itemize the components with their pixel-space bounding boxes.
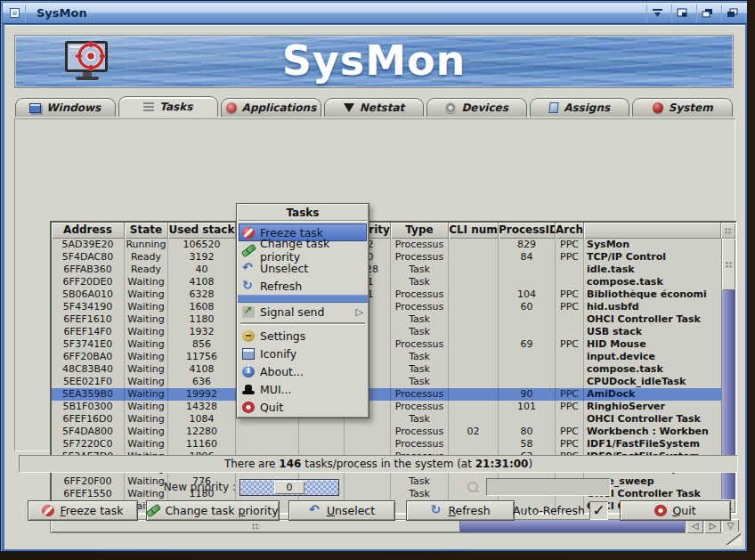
freeze-task-button[interactable]: Freeze task xyxy=(28,500,138,521)
cell: 5F7220C0 xyxy=(52,438,125,450)
column-header-arch[interactable]: Arch xyxy=(556,223,584,239)
task-row[interactable]: 5F3741E0Waiting856Processus69PPCHID Mous… xyxy=(52,338,721,351)
column-header-state[interactable]: State xyxy=(125,223,168,239)
unselect-button[interactable]: Unselect xyxy=(288,500,395,521)
cell: Waiting xyxy=(125,351,168,363)
menu-item-signal-send[interactable]: Signal send▷ xyxy=(239,303,367,321)
task-row[interactable]: 48C83B40Waiting4108Taskcompose.task xyxy=(52,363,721,376)
window-zoom-button[interactable] xyxy=(671,4,693,22)
column-header-address[interactable]: Address xyxy=(52,223,125,239)
quit-button[interactable]: Quit xyxy=(620,500,731,521)
menu-item-settings[interactable]: Settings xyxy=(239,327,367,345)
window-content: SysMon WindowsTasksApplicationsNetstatDe… xyxy=(4,25,745,549)
cell: IDF1/FastFileSystem xyxy=(584,438,721,450)
cell: Waiting xyxy=(125,326,168,338)
window-iconify-button[interactable] xyxy=(646,4,668,22)
cell xyxy=(556,413,584,426)
tab-windows[interactable]: Windows xyxy=(15,98,116,117)
column-header-name[interactable] xyxy=(584,223,721,239)
cell: PPC xyxy=(556,239,584,251)
cell: 40 xyxy=(168,264,236,276)
priority-slider[interactable]: 0 xyxy=(239,479,339,496)
tab-devices[interactable]: Devices xyxy=(426,98,527,117)
cell: PPC xyxy=(556,288,584,301)
tab-netstat[interactable]: Netstat xyxy=(324,98,425,117)
vertical-scrollbar-thumb[interactable] xyxy=(722,239,735,290)
sysmon-window: SysMon xyxy=(0,0,748,552)
cell: 106520 xyxy=(168,239,236,251)
cell: Waiting xyxy=(125,313,168,326)
tab-system[interactable]: System xyxy=(632,98,733,117)
task-row[interactable]: 6FF20DE0Waiting4108327681201Taskcompose.… xyxy=(52,276,721,288)
scroll-right-button[interactable]: ▷ xyxy=(704,519,721,533)
priority-slider-knob[interactable]: 0 xyxy=(274,481,304,494)
task-row[interactable]: 5F4DAC80Ready31921003512000Processus84PP… xyxy=(52,251,721,264)
menu-item-about[interactable]: About... xyxy=(239,362,367,380)
cell: 636 xyxy=(168,376,236,388)
cell: compose.task xyxy=(584,276,721,288)
task-row[interactable]: 5F434190Waiting1608Processus60PPChid.usb… xyxy=(52,301,721,313)
column-header-cli-num[interactable]: CLI num xyxy=(449,223,499,239)
task-row[interactable]: 6FF20BA0Waiting11756Taskinput.device xyxy=(52,351,721,363)
menu-item-change-task-priority[interactable]: Change task priority xyxy=(239,241,367,259)
cell: 6FF20F00 xyxy=(52,475,125,488)
column-header-type[interactable]: Type xyxy=(391,223,449,239)
cell: AmiDock xyxy=(584,388,721,401)
change-task-priority-button[interactable]: Change task priority xyxy=(146,500,280,521)
window-depth-back-button[interactable] xyxy=(721,4,743,22)
task-row[interactable]: 5B06A010Waiting632869624901Processus104P… xyxy=(52,288,721,301)
task-row[interactable]: 5EE021F0Waiting636TaskCPUDock_idleTask xyxy=(52,376,721,388)
settings-icon xyxy=(242,330,255,342)
cell xyxy=(499,351,556,363)
menu-item-label: Change task priority xyxy=(260,237,363,264)
assigns-icon xyxy=(549,102,559,113)
refresh-button[interactable]: Refresh xyxy=(406,500,515,521)
column-header-used-stack[interactable]: Used stack xyxy=(168,223,236,239)
menu-item-iconify[interactable]: Iconify xyxy=(239,345,367,362)
cell: 5AD39E20 xyxy=(52,239,125,251)
window-resize-handle[interactable] xyxy=(722,532,743,548)
auto-refresh-label: Auto-Refresh xyxy=(508,500,585,521)
cell: 84 xyxy=(499,251,556,264)
task-row[interactable]: 5F4DA800Waiting12280Processus0280PPCWork… xyxy=(52,426,721,438)
cell: 5EE021F0 xyxy=(52,376,125,388)
column-header-processid[interactable]: ProcessID xyxy=(499,223,556,239)
cell: Workbench : Workben xyxy=(584,426,721,438)
tab-bar: WindowsTasksApplicationsNetstatDevicesAs… xyxy=(15,96,733,117)
task-row[interactable]: 6FEF1610Waiting1180TaskOHCI Controller T… xyxy=(52,313,721,326)
task-row[interactable]: 6FEF16D0Waiting1084TaskOHCI Controller T… xyxy=(52,413,721,426)
horizontal-scrollbar-track[interactable] xyxy=(50,519,686,533)
menu-item-label: Refresh xyxy=(260,280,302,293)
cell xyxy=(299,426,345,438)
tab-assigns[interactable]: Assigns xyxy=(530,98,630,117)
task-row[interactable]: 5F7220C0Waiting11160Processus58PPCIDF1/F… xyxy=(52,438,721,450)
menu-item-refresh[interactable]: Refresh xyxy=(239,277,367,295)
cell: PPC xyxy=(556,438,584,450)
menu-item-quit[interactable]: Quit xyxy=(239,398,367,416)
window-titlebar[interactable]: SysMon xyxy=(3,3,747,24)
tab-applications[interactable]: Applications xyxy=(221,98,321,117)
cell: RinghioServer xyxy=(584,401,721,413)
cell: 11160 xyxy=(168,438,236,450)
cell: Waiting xyxy=(125,438,168,450)
refresh-icon xyxy=(430,505,442,516)
horizontal-scrollbar-thumb[interactable] xyxy=(51,520,460,532)
search-input[interactable] xyxy=(486,478,611,496)
cell: 19992 xyxy=(168,388,236,401)
cell: Waiting xyxy=(125,426,168,438)
window-depth-front-button[interactable] xyxy=(696,4,718,22)
task-row[interactable]: 5B1F0300Waiting143281Processus101PPCRing… xyxy=(52,401,721,413)
task-row[interactable]: 5EA359B0Waiting19992Processus90PPCAmiDoc… xyxy=(52,388,721,401)
task-row[interactable]: 6FEF14F0Waiting1932TaskUSB stack xyxy=(52,326,721,338)
cell xyxy=(449,288,499,301)
desktop: SysMon xyxy=(0,0,755,560)
menu-item-label: Iconify xyxy=(260,347,296,361)
window-close-button[interactable] xyxy=(4,4,26,22)
menu-item-mui[interactable]: MUI... xyxy=(239,380,367,398)
tab-tasks[interactable]: Tasks xyxy=(118,96,219,117)
cell: 12280 xyxy=(168,426,236,438)
task-row[interactable]: 5AD39E20Running1065205119922002Processus… xyxy=(52,239,721,251)
auto-refresh-checkbox[interactable]: ✓ xyxy=(589,501,608,520)
task-row[interactable]: 6FFAB360Ready4040960-128Taskidle.task xyxy=(52,264,721,276)
scroll-left-button[interactable]: ◁ xyxy=(686,519,703,533)
